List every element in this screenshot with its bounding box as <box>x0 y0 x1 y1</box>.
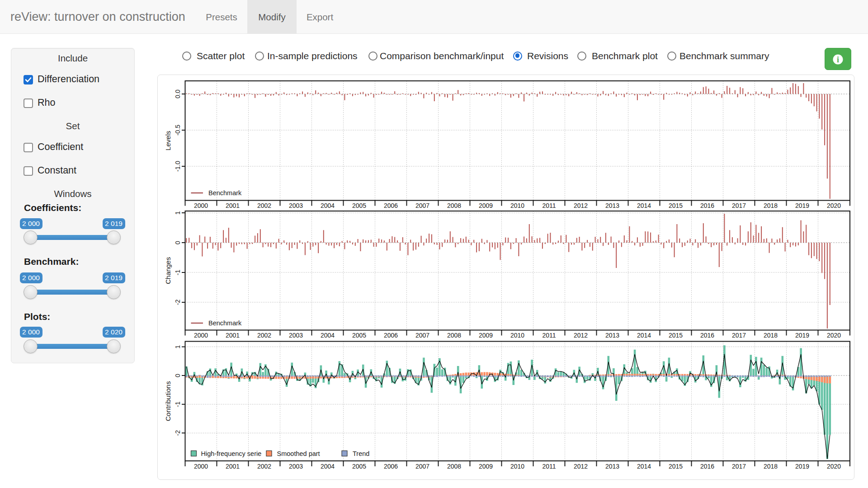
svg-text:2003: 2003 <box>289 202 303 209</box>
svg-text:2002: 2002 <box>257 332 271 339</box>
svg-text:2012: 2012 <box>574 463 588 470</box>
svg-text:2013: 2013 <box>605 332 619 339</box>
svg-text:2014: 2014 <box>637 202 651 209</box>
svg-text:2005: 2005 <box>352 202 366 209</box>
svg-text:2016: 2016 <box>700 202 714 209</box>
svg-text:2019: 2019 <box>795 332 809 339</box>
svg-text:2001: 2001 <box>226 463 240 470</box>
svg-text:0: 0 <box>174 241 181 244</box>
svg-text:-1: -1 <box>174 269 181 275</box>
svg-text:2004: 2004 <box>321 202 335 209</box>
svg-text:2002: 2002 <box>257 463 271 470</box>
svg-text:2004: 2004 <box>321 332 335 339</box>
svg-text:Changes: Changes <box>164 257 172 284</box>
svg-text:2013: 2013 <box>605 463 619 470</box>
svg-text:-1: -1 <box>174 401 181 407</box>
svg-text:2020: 2020 <box>827 463 841 470</box>
svg-text:2018: 2018 <box>764 332 778 339</box>
svg-text:Levels: Levels <box>164 131 172 150</box>
svg-text:2001: 2001 <box>226 332 240 339</box>
svg-text:2003: 2003 <box>289 332 303 339</box>
svg-text:2003: 2003 <box>289 463 303 470</box>
svg-text:2011: 2011 <box>542 202 556 209</box>
svg-text:2014: 2014 <box>637 463 651 470</box>
svg-text:2015: 2015 <box>669 202 683 209</box>
svg-text:2008: 2008 <box>447 463 461 470</box>
svg-text:-0.5: -0.5 <box>174 125 181 136</box>
svg-text:2000: 2000 <box>194 202 208 209</box>
svg-text:High-frequency serie: High-frequency serie <box>201 450 262 457</box>
svg-text:2015: 2015 <box>669 463 683 470</box>
svg-text:2010: 2010 <box>510 332 524 339</box>
svg-text:2016: 2016 <box>700 463 714 470</box>
svg-text:2016: 2016 <box>700 332 714 339</box>
svg-text:2017: 2017 <box>732 202 746 209</box>
svg-text:2010: 2010 <box>510 202 524 209</box>
svg-text:2015: 2015 <box>669 332 683 339</box>
svg-text:2009: 2009 <box>479 332 493 339</box>
svg-text:2019: 2019 <box>795 202 809 209</box>
svg-text:2018: 2018 <box>764 202 778 209</box>
svg-text:2017: 2017 <box>732 463 746 470</box>
svg-text:2006: 2006 <box>384 332 398 339</box>
svg-text:2005: 2005 <box>352 463 366 470</box>
svg-text:2018: 2018 <box>764 463 778 470</box>
svg-text:2005: 2005 <box>352 332 366 339</box>
svg-text:2020: 2020 <box>827 202 841 209</box>
svg-text:2004: 2004 <box>321 463 335 470</box>
svg-text:Trend: Trend <box>353 450 369 457</box>
svg-text:0.0: 0.0 <box>174 89 181 99</box>
svg-text:0: 0 <box>174 374 181 377</box>
svg-text:2012: 2012 <box>574 202 588 209</box>
svg-text:-1.0: -1.0 <box>174 161 181 172</box>
svg-text:Contributions: Contributions <box>164 381 172 421</box>
svg-text:2006: 2006 <box>384 202 398 209</box>
svg-text:Benchmark: Benchmark <box>208 189 242 197</box>
svg-text:2008: 2008 <box>447 332 461 339</box>
svg-text:2010: 2010 <box>510 463 524 470</box>
svg-text:1: 1 <box>174 211 181 215</box>
svg-text:2019: 2019 <box>795 463 809 470</box>
svg-text:2017: 2017 <box>732 332 746 339</box>
svg-text:2002: 2002 <box>257 202 271 209</box>
svg-text:2014: 2014 <box>637 332 651 339</box>
svg-text:Benchmark: Benchmark <box>208 319 242 327</box>
svg-text:2000: 2000 <box>194 332 208 339</box>
svg-text:-2: -2 <box>174 430 181 436</box>
svg-text:2001: 2001 <box>226 202 240 209</box>
svg-text:2013: 2013 <box>605 202 619 209</box>
svg-text:2008: 2008 <box>447 202 461 209</box>
svg-text:2009: 2009 <box>479 202 493 209</box>
svg-text:2009: 2009 <box>479 463 493 470</box>
svg-text:-2: -2 <box>174 299 181 305</box>
svg-text:2012: 2012 <box>574 332 588 339</box>
svg-text:2007: 2007 <box>415 332 429 339</box>
svg-text:2020: 2020 <box>827 332 841 339</box>
svg-text:1: 1 <box>174 345 181 348</box>
svg-text:Smoothed part: Smoothed part <box>277 450 320 457</box>
svg-text:2006: 2006 <box>384 463 398 470</box>
svg-text:2000: 2000 <box>194 463 208 470</box>
svg-text:2007: 2007 <box>415 463 429 470</box>
svg-text:2011: 2011 <box>542 463 556 470</box>
svg-text:2011: 2011 <box>542 332 556 339</box>
svg-text:2007: 2007 <box>415 202 429 209</box>
